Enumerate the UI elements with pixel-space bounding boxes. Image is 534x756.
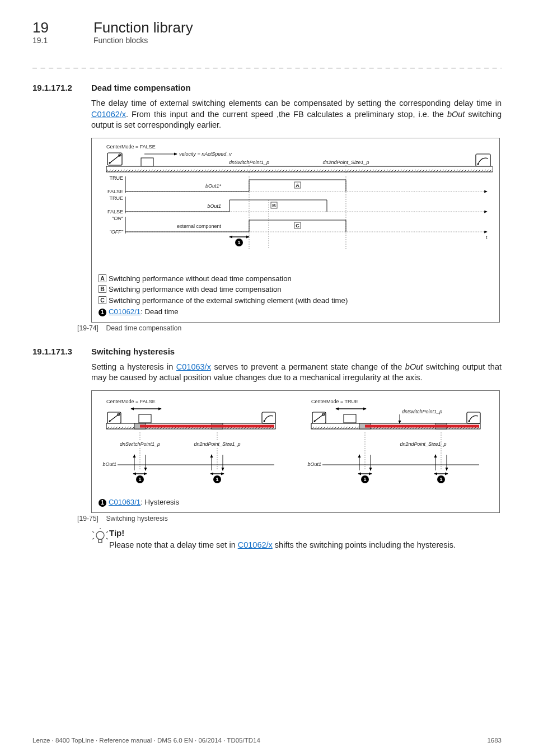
label-2ndpoint: dn2ndPoint_Size1_p (322, 160, 369, 165)
link-c01063x[interactable]: C01063/x (176, 362, 211, 371)
chapter-number: 19 (32, 20, 91, 35)
figure-caption-1: [19-74] Dead time compensation (77, 324, 502, 332)
label-switchpoint1: dnSwitchPoint1_p (229, 160, 269, 165)
italic-bout: bOut (447, 110, 465, 119)
link-c01062x-tip[interactable]: C01062/x (238, 540, 273, 549)
svg-text:A: A (296, 183, 299, 188)
svg-rect-111 (99, 539, 102, 543)
figure-hysteresis: CenterMode = FALSE (91, 390, 500, 513)
section-heading-dead-time: 19.1.171.2 Dead time compensation (32, 83, 502, 92)
section-title: Dead time compensation (91, 83, 191, 92)
link-c01062-1[interactable]: C01062/1 (109, 307, 140, 316)
svg-point-55 (264, 421, 265, 422)
svg-text:CenterMode = FALSE: CenterMode = FALSE (106, 399, 156, 404)
svg-text:C: C (296, 223, 299, 228)
legend-key-a: A (99, 274, 106, 282)
figure-dead-time: CenterMode = FALSE velocity = nActSpeed_… (91, 138, 500, 323)
section-number: 19.1.171.2 (32, 83, 91, 92)
legend-key-1: 1 (99, 309, 106, 316)
svg-text:FALSE: FALSE (107, 189, 123, 194)
svg-text:CenterMode = TRUE: CenterMode = TRUE (311, 399, 358, 404)
figure-caption-2: [19-75] Switching hysteresis (77, 515, 502, 522)
label-bout1: bOut1 (207, 203, 221, 209)
label-bout1star: bOut1* (205, 183, 222, 189)
svg-text:dn2ndPoint_Size1_p: dn2ndPoint_Size1_p (400, 441, 446, 447)
svg-line-4 (110, 155, 120, 163)
tip-box: Tip! Please note that a delay time set i… (91, 528, 502, 551)
svg-point-6 (109, 162, 111, 164)
svg-line-113 (92, 531, 94, 533)
svg-point-90 (469, 421, 470, 422)
svg-text:dn2ndPoint_Size1_p: dn2ndPoint_Size1_p (194, 441, 240, 447)
section-paragraph: Setting a hysteresis in C01063/x serves … (91, 362, 502, 384)
section-heading-hysteresis: 19.1.171.3 Switching hysteresis (32, 347, 502, 356)
svg-text:bOut1: bOut1 (102, 461, 116, 467)
svg-text:"OFF": "OFF" (110, 229, 124, 235)
legend-key-1b: 1 (99, 499, 106, 507)
legend-key-c: C (99, 296, 106, 304)
svg-rect-7 (141, 158, 153, 166)
svg-text:dnSwitchPoint1_p: dnSwitchPoint1_p (402, 409, 442, 414)
svg-line-45 (110, 414, 119, 421)
tip-body: Please note that a delay time set in C01… (109, 540, 456, 551)
svg-text:FALSE: FALSE (107, 209, 123, 214)
svg-line-114 (106, 531, 108, 533)
figure-legend-2: 1C01063/1: Hysteresis (99, 497, 493, 508)
subsection-heading: 19.1 Function blocks (32, 36, 502, 45)
legend-key-b: B (99, 285, 106, 293)
lightbulb-icon (91, 528, 109, 548)
svg-point-82 (314, 421, 316, 422)
svg-rect-13 (106, 170, 493, 172)
label-velocity: velocity = nActSpeed_v (179, 151, 232, 157)
svg-text:"ON": "ON" (112, 216, 124, 221)
tip-title: Tip! (109, 528, 456, 538)
svg-text:1: 1 (216, 477, 218, 482)
subsection-title: Function blocks (93, 36, 148, 45)
chapter-heading: 19 Function library (32, 20, 502, 35)
section-paragraph: The delay time of external switching ele… (91, 98, 502, 131)
label-centermode: CenterMode = FALSE (106, 144, 156, 150)
footer-left: Lenze · 8400 TopLine · Reference manual … (32, 737, 260, 744)
svg-rect-48 (139, 414, 151, 423)
svg-text:bOut1: bOut1 (307, 461, 321, 467)
svg-text:t: t (486, 235, 488, 240)
subsection-number: 19.1 (32, 36, 91, 45)
svg-point-110 (96, 531, 104, 539)
chapter-title: Function library (93, 19, 193, 36)
svg-text:1: 1 (138, 477, 141, 482)
svg-line-80 (315, 414, 324, 421)
svg-text:1: 1 (237, 240, 240, 245)
svg-point-47 (109, 421, 111, 422)
section-title: Switching hysteresis (91, 347, 175, 356)
svg-text:1: 1 (439, 477, 442, 482)
svg-text:TRUE: TRUE (110, 175, 124, 181)
svg-rect-83 (344, 414, 356, 423)
label-external: external component (177, 223, 222, 229)
svg-text:1: 1 (363, 477, 366, 482)
svg-line-115 (92, 538, 94, 539)
diagram-hysteresis: CenterMode = FALSE (99, 396, 493, 491)
svg-text:B: B (272, 203, 276, 208)
svg-text:TRUE: TRUE (110, 195, 124, 201)
svg-point-11 (477, 163, 479, 165)
diagram-dead-time: CenterMode = FALSE velocity = nActSpeed_… (99, 144, 493, 267)
svg-line-116 (106, 538, 108, 539)
page-footer: Lenze · 8400 TopLine · Reference manual … (32, 737, 502, 744)
figure-legend: ASwitching performance without dead time… (99, 273, 493, 318)
svg-text:dnSwitchPoint1_p: dnSwitchPoint1_p (120, 441, 160, 447)
link-c01062x[interactable]: C01062/x (91, 110, 126, 119)
footer-page-number: 1683 (487, 737, 502, 744)
separator-dashes: _ _ _ _ _ _ _ _ _ _ _ _ _ _ _ _ _ _ _ _ … (32, 59, 502, 68)
link-c01063-1[interactable]: C01063/1 (109, 498, 140, 506)
section-number: 19.1.171.3 (32, 347, 91, 356)
